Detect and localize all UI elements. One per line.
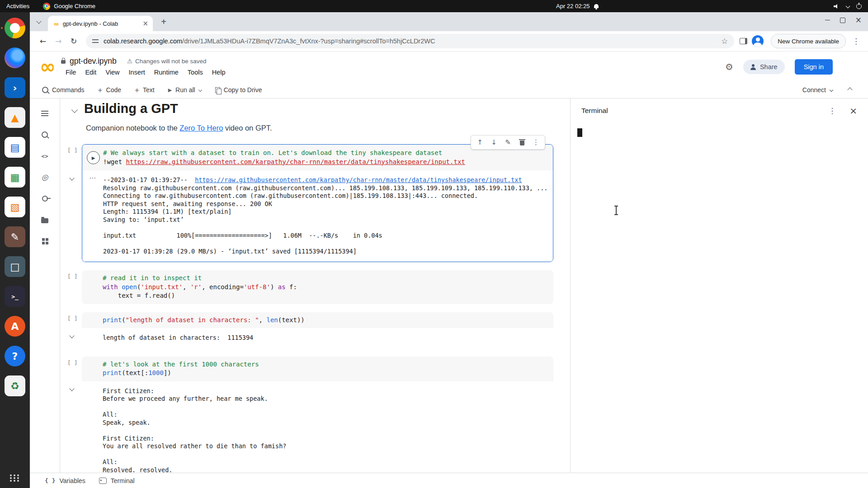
- table-of-contents-icon[interactable]: [39, 108, 51, 119]
- url-text: colab.research.google.com/drive/1JMLa53H…: [104, 38, 716, 45]
- minimize-button[interactable]: [825, 20, 830, 20]
- output-options-button[interactable]: ⋯: [89, 174, 96, 182]
- sign-in-button[interactable]: Sign in: [795, 59, 833, 75]
- execution-indicator[interactable]: [ ]: [67, 315, 78, 322]
- file-manager-icon[interactable]: □: [5, 256, 25, 277]
- files-icon[interactable]: [39, 214, 51, 225]
- data-table-icon[interactable]: [39, 235, 51, 247]
- ubuntu-software-icon[interactable]: A: [5, 316, 25, 337]
- collapse-header-button[interactable]: [847, 87, 852, 92]
- readonly-lock-icon: [61, 60, 66, 64]
- move-cell-down-button[interactable]: ↓: [487, 136, 501, 148]
- variables-icon: { }: [45, 477, 55, 484]
- find-replace-icon[interactable]: [39, 129, 51, 141]
- copy-to-drive-button[interactable]: Copy to Drive: [215, 86, 262, 94]
- browser-menu-button[interactable]: ⋮: [850, 37, 862, 46]
- menu-help[interactable]: Help: [208, 67, 230, 77]
- code-cell[interactable]: ▶# We always start with a dataset to tra…: [82, 144, 553, 262]
- forward-button[interactable]: →: [52, 37, 65, 46]
- trash-icon[interactable]: ♻: [5, 375, 25, 396]
- reload-button[interactable]: ↻: [67, 37, 80, 46]
- side-panel-icon[interactable]: [740, 38, 747, 44]
- settings-gear-icon[interactable]: ⚙: [725, 61, 733, 72]
- run-all-button[interactable]: ▶ Run all: [168, 86, 202, 94]
- share-button[interactable]: Share: [743, 60, 785, 74]
- focused-app-menu[interactable]: Google Chrome: [43, 3, 95, 10]
- tab-close-button[interactable]: ×: [142, 20, 148, 27]
- browser-tab[interactable]: ∞ gpt-dev.ipynb - Colab ×: [48, 16, 153, 31]
- execution-indicator[interactable]: [ ]: [67, 359, 78, 366]
- code-cell[interactable]: # read it in to inspect itwith open('inp…: [82, 270, 553, 304]
- edit-cell-button[interactable]: ✎: [501, 136, 515, 148]
- address-bar[interactable]: colab.research.google.com/drive/1JMLa53H…: [86, 34, 734, 48]
- terminal-close-button[interactable]: ×: [849, 105, 857, 116]
- maximize-button[interactable]: [840, 18, 845, 23]
- colab-logo[interactable]: ∞: [40, 57, 56, 76]
- menu-view[interactable]: View: [101, 67, 124, 77]
- chrome-update-chip[interactable]: New Chrome available: [771, 34, 846, 48]
- bookmark-star-icon[interactable]: ☆: [721, 37, 728, 46]
- browser-window: ∞ gpt-dev.ipynb - Colab × + × ← → ↻ cola…: [30, 12, 868, 488]
- execution-indicator[interactable]: [ ]: [67, 273, 78, 280]
- menu-insert[interactable]: Insert: [124, 67, 150, 77]
- chrome-icon[interactable]: [5, 18, 25, 38]
- output-link[interactable]: https://raw.githubusercontent.com/karpat…: [195, 176, 522, 183]
- collapse-section-chevron[interactable]: [71, 107, 78, 113]
- terminal-body[interactable]: [571, 123, 868, 473]
- activities-button[interactable]: Activities: [6, 3, 29, 9]
- variable-inspector-icon[interactable]: [39, 171, 51, 183]
- firefox-icon[interactable]: [5, 47, 25, 68]
- terminal-menu-button[interactable]: ⋮: [826, 106, 838, 115]
- execution-indicator[interactable]: [ ]: [67, 147, 78, 154]
- gimp-icon[interactable]: ✎: [5, 226, 25, 247]
- variables-button[interactable]: { } Variables: [45, 477, 85, 484]
- collapse-output-chevron[interactable]: [70, 384, 74, 392]
- more-cell-actions-button[interactable]: ⋮: [529, 136, 543, 148]
- code-cell[interactable]: # let's look at the first 1000 character…: [82, 357, 553, 473]
- code-cell[interactable]: print("length of dataset in characters: …: [82, 312, 553, 348]
- connect-button[interactable]: Connect: [802, 86, 833, 94]
- commands-button[interactable]: Commands: [42, 86, 85, 94]
- add-code-button[interactable]: + Code: [98, 86, 121, 94]
- section-heading: Building a GPT: [84, 101, 178, 116]
- clock-label: Apr 22 02:25: [556, 3, 590, 9]
- site-info-icon[interactable]: [92, 38, 99, 44]
- code-editor[interactable]: # read it in to inspect itwith open('inp…: [82, 270, 553, 304]
- move-cell-up-button[interactable]: ↑: [473, 136, 487, 148]
- code-editor[interactable]: print("length of dataset in characters: …: [82, 312, 553, 328]
- system-status-menu[interactable]: [834, 4, 862, 9]
- vscode-icon[interactable]: ›: [5, 77, 25, 98]
- menu-edit[interactable]: Edit: [80, 67, 101, 77]
- notebook-pane: Building a GPT Companion notebook to the…: [60, 99, 570, 473]
- new-tab-button[interactable]: +: [157, 15, 170, 28]
- terminal-icon[interactable]: >_: [5, 286, 25, 307]
- delete-cell-button[interactable]: [515, 136, 529, 148]
- power-icon: [856, 4, 862, 9]
- menu-file[interactable]: File: [61, 67, 80, 77]
- notification-bell-icon: [594, 4, 599, 8]
- libreoffice-impress-icon[interactable]: ▧: [5, 197, 25, 217]
- code-snippets-icon[interactable]: [39, 150, 51, 162]
- menu-runtime[interactable]: Runtime: [150, 67, 183, 77]
- back-button[interactable]: ←: [36, 37, 50, 46]
- run-cell-button[interactable]: ▶: [87, 151, 100, 164]
- secrets-icon[interactable]: [39, 192, 51, 204]
- notebook-filename[interactable]: gpt-dev.ipynb: [70, 56, 117, 66]
- clock-menu[interactable]: Apr 22 02:25: [556, 3, 599, 9]
- profile-avatar[interactable]: [752, 35, 764, 47]
- code-editor[interactable]: # let's look at the first 1000 character…: [82, 357, 553, 381]
- help-icon[interactable]: ?: [5, 346, 25, 366]
- vlc-icon[interactable]: ▲: [5, 107, 25, 128]
- add-text-button[interactable]: + Text: [135, 86, 155, 94]
- collapse-output-chevron[interactable]: [70, 331, 74, 339]
- collapse-output-chevron[interactable]: [70, 174, 74, 182]
- zero-to-hero-link[interactable]: Zero To Hero: [179, 124, 223, 132]
- libreoffice-calc-icon[interactable]: ▦: [5, 167, 25, 188]
- bottom-bar: { } Variables Terminal: [30, 473, 868, 488]
- app-grid-icon[interactable]: [10, 474, 20, 482]
- window-close-button[interactable]: ×: [855, 16, 862, 24]
- menu-tools[interactable]: Tools: [183, 67, 208, 77]
- terminal-button[interactable]: Terminal: [99, 477, 135, 484]
- tab-list-chevron[interactable]: [37, 17, 41, 25]
- libreoffice-writer-icon[interactable]: ▤: [5, 137, 25, 158]
